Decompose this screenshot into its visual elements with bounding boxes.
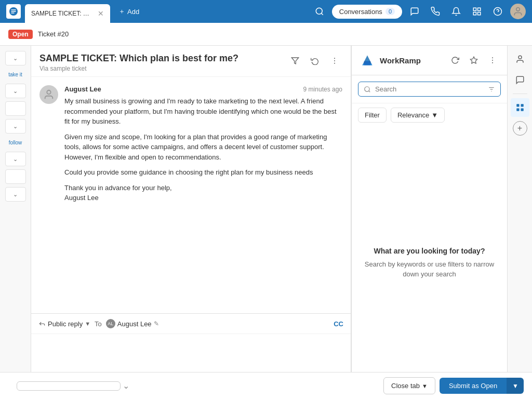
close-tab-button[interactable]: Close tab ▼	[383, 377, 435, 394]
pin-button[interactable]	[467, 53, 481, 68]
empty-desc: Search by keywords or use filters to nar…	[362, 259, 497, 280]
bottom-chevron-button[interactable]: ⌄	[123, 381, 129, 391]
sidebar-section-4-chevron[interactable]: ⌄	[5, 152, 26, 166]
relevance-button[interactable]: Relevance ▼	[391, 108, 445, 123]
conversations-label: Conversations	[339, 8, 382, 16]
message-body: August Lee 9 minutes ago My small busine…	[64, 85, 342, 203]
help-icon-button[interactable]	[489, 3, 506, 20]
reply-type-button[interactable]: Public reply ▼	[38, 320, 90, 328]
close-tab-arrow-icon: ▼	[422, 383, 428, 389]
message-para-1: My small business is growing and I'm rea…	[64, 96, 342, 127]
rail-divider	[513, 94, 527, 94]
sidebar-collapse-btn[interactable]: ⌄	[5, 51, 26, 65]
search-container	[352, 75, 507, 103]
svg-point-33	[518, 56, 522, 59]
ticket-number: Ticket #20	[38, 30, 69, 38]
bell-icon-button[interactable]	[448, 3, 464, 20]
search-wrapper	[358, 82, 501, 97]
panel-more-button[interactable]	[485, 53, 500, 68]
search-icon	[364, 86, 371, 93]
sidebar-section-2[interactable]	[5, 101, 26, 116]
recipient-name: August Lee	[117, 320, 152, 328]
app-logo	[6, 4, 21, 19]
reply-to-label: To	[95, 320, 102, 328]
filter-options-icon[interactable]	[488, 86, 495, 93]
svg-rect-36	[516, 109, 519, 111]
rail-add-button[interactable]: +	[513, 121, 527, 136]
filter-row: Filter Relevance ▼	[352, 103, 507, 127]
sidebar-section-5[interactable]	[5, 169, 26, 184]
message-author: August Lee	[64, 85, 101, 93]
add-button[interactable]: ＋ Add	[114, 5, 143, 18]
reply-to-user: AL August Lee ✎	[106, 319, 159, 328]
conversations-button[interactable]: Conversations 0	[332, 5, 402, 19]
rail-workreamp-icon[interactable]	[511, 98, 529, 117]
svg-point-28	[492, 62, 493, 63]
history-icon-button[interactable]	[307, 53, 323, 69]
apps-icon-button[interactable]	[469, 3, 485, 20]
ticket-bar: Open Ticket #20	[0, 23, 532, 46]
sidebar-action-follow[interactable]: follow	[2, 137, 29, 149]
message-item: August Lee 9 minutes ago My small busine…	[39, 85, 342, 203]
reply-editor[interactable]	[31, 334, 351, 376]
sidebar-section-3-chevron[interactable]: ⌄	[5, 119, 26, 134]
svg-point-1	[316, 8, 322, 14]
svg-point-13	[47, 90, 50, 94]
top-nav: SAMPLE TICKET: Whi... ✕ ＋ Add Conversati…	[0, 0, 532, 23]
svg-rect-4	[473, 12, 476, 15]
submit-button[interactable]: Submit as Open	[440, 378, 507, 394]
ticket-toolbar	[287, 53, 342, 69]
rail-user-icon[interactable]	[511, 50, 529, 69]
workreamp-logo	[359, 52, 376, 69]
panel-header: WorkRamp	[352, 46, 507, 75]
svg-rect-37	[521, 109, 523, 111]
tab-close-icon[interactable]: ✕	[98, 9, 104, 18]
search-input[interactable]	[375, 85, 484, 93]
svg-rect-34	[516, 104, 519, 107]
ticket-via: Via sample ticket	[39, 65, 238, 72]
nav-icons: Conversations 0	[311, 3, 526, 20]
more-options-button[interactable]	[327, 53, 342, 69]
submit-button-group: Submit as Open ▼	[440, 378, 524, 394]
search-button[interactable]	[311, 3, 328, 20]
svg-point-10	[334, 58, 335, 59]
user-avatar[interactable]	[510, 4, 526, 19]
plus-icon: ＋	[118, 7, 125, 16]
ticket-header: SAMPLE TICKET: Which plan is best for me…	[31, 46, 351, 77]
svg-point-11	[334, 60, 335, 61]
panel-title: WorkRamp	[380, 56, 444, 65]
svg-rect-25	[364, 61, 371, 65]
message-time: 9 minutes ago	[303, 86, 342, 93]
ticket-title: SAMPLE TICKET: Which plan is best for me…	[39, 53, 238, 64]
reply-header: Public reply ▼ To AL August Lee ✎ CC	[31, 314, 351, 334]
sidebar-action-take-it[interactable]: take it	[2, 69, 29, 81]
chat-icon-button[interactable]	[406, 3, 423, 20]
icon-rail: +	[507, 46, 532, 399]
submit-dropdown-button[interactable]: ▼	[507, 378, 524, 394]
edit-recipient-icon[interactable]: ✎	[154, 320, 159, 327]
main-layout: ⌄ take it ⌄ ⌄ follow ⌄ ⌄ SAMPLE TICKET: …	[0, 46, 532, 399]
rail-chat-icon[interactable]	[511, 71, 529, 89]
filter-icon-button[interactable]	[287, 53, 303, 69]
reply-type-label: Public reply	[48, 320, 83, 328]
filter-button[interactable]: Filter	[358, 108, 387, 123]
message-avatar	[39, 85, 58, 104]
cc-button[interactable]: CC	[334, 320, 343, 328]
svg-rect-2	[473, 8, 476, 10]
recipient-avatar: AL	[106, 319, 115, 328]
svg-rect-3	[478, 8, 481, 10]
phone-icon-button[interactable]	[427, 3, 444, 20]
ticket-tab[interactable]: SAMPLE TICKET: Whi... ✕	[25, 4, 110, 23]
relevance-chevron-icon: ▼	[431, 111, 438, 119]
reply-type-chevron-icon: ▼	[85, 321, 90, 327]
sidebar-section-1-chevron[interactable]: ⌄	[5, 84, 26, 98]
svg-point-29	[365, 86, 369, 91]
svg-marker-9	[291, 58, 298, 64]
sidebar-section-6-chevron[interactable]: ⌄	[5, 187, 26, 202]
message-para-3: Could you provide some guidance in choos…	[64, 167, 342, 178]
svg-point-26	[492, 57, 493, 58]
svg-point-12	[334, 63, 335, 64]
message-header: August Lee 9 minutes ago	[64, 85, 342, 93]
refresh-button[interactable]	[448, 53, 462, 68]
empty-state: What are you looking for today? Search b…	[352, 127, 507, 399]
